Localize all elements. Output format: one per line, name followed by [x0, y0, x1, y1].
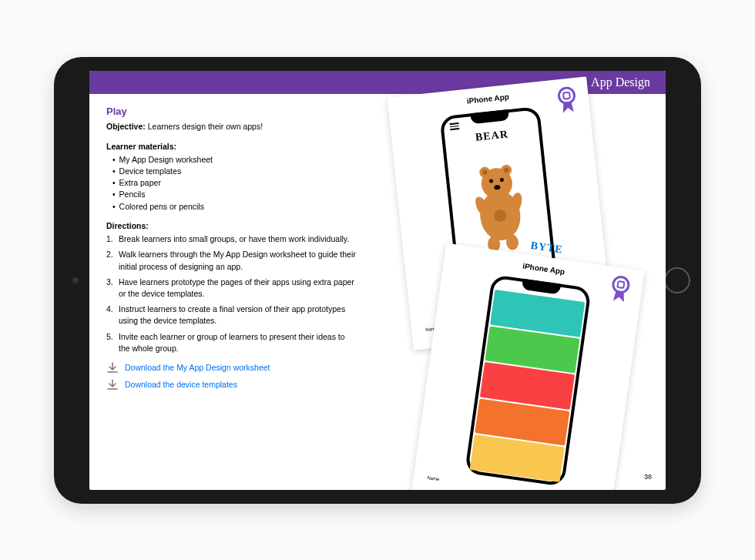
hamburger-icon — [449, 122, 459, 131]
ipad-screen: App Design Play Objective: Learners desi… — [89, 71, 666, 490]
home-button[interactable] — [664, 267, 690, 293]
list-item: Pencils — [106, 189, 358, 200]
objective-label: Objective: — [106, 122, 146, 131]
ribbon-icon — [607, 273, 633, 307]
list-item: Colored pens or pencils — [106, 201, 358, 213]
svg-point-0 — [559, 87, 575, 104]
list-item: Invite each learner or group of learners… — [106, 331, 358, 354]
worksheet-title: iPhone App — [466, 92, 509, 105]
list-item: Extra paper — [106, 177, 358, 189]
phone-mockup — [465, 274, 592, 487]
worksheet-name-field: Name — [427, 475, 440, 481]
list-item: My App Design worksheet — [106, 154, 358, 166]
objective-line: Objective: Learners design their own app… — [106, 121, 358, 132]
color-stripes — [468, 288, 587, 483]
page-number: 38 — [644, 473, 652, 481]
phone-notch — [522, 278, 561, 294]
page-title: App Design — [591, 75, 650, 89]
download-icon — [106, 362, 119, 374]
worksheet-column: iPhone App BEAR — [366, 94, 666, 490]
play-heading: Play — [106, 105, 358, 119]
download-row-1[interactable]: Download the My App Design worksheet — [106, 362, 358, 374]
page-content: Play Objective: Learners design their ow… — [89, 94, 666, 490]
front-camera — [72, 277, 79, 283]
bear-illustration — [464, 157, 535, 256]
ipad-frame: App Design Play Objective: Learners desi… — [54, 57, 701, 504]
download-icon — [106, 379, 119, 391]
objective-text: Learners design their own apps! — [146, 122, 263, 131]
materials-list: My App Design worksheet Device templates… — [106, 154, 358, 213]
materials-label: Learner materials: — [106, 141, 358, 153]
list-item: Instruct learners to create a final vers… — [106, 303, 358, 327]
bear-app-label: BEAR — [475, 128, 508, 143]
list-item: Break learners into small groups, or hav… — [106, 233, 358, 245]
instructions-column: Play Objective: Learners design their ow… — [89, 94, 366, 490]
phone-notch — [470, 109, 509, 124]
list-item: Device templates — [106, 166, 358, 177]
worksheet-title: iPhone App — [522, 261, 565, 276]
directions-list: Break learners into small groups, or hav… — [106, 233, 358, 354]
svg-rect-20 — [617, 281, 624, 288]
list-item: Have learners prototype the pages of the… — [106, 277, 358, 300]
directions-label: Directions: — [106, 220, 358, 232]
worksheet-byte: iPhone App BYTE — [411, 243, 644, 489]
download-link-worksheet[interactable]: Download the My App Design worksheet — [125, 362, 270, 374]
svg-point-19 — [612, 276, 630, 293]
ribbon-icon — [555, 85, 579, 118]
download-link-templates[interactable]: Download the device templates — [125, 379, 237, 391]
svg-rect-1 — [563, 92, 570, 99]
list-item: Walk learners through the My App Design … — [106, 249, 358, 272]
download-row-2[interactable]: Download the device templates — [106, 379, 358, 391]
